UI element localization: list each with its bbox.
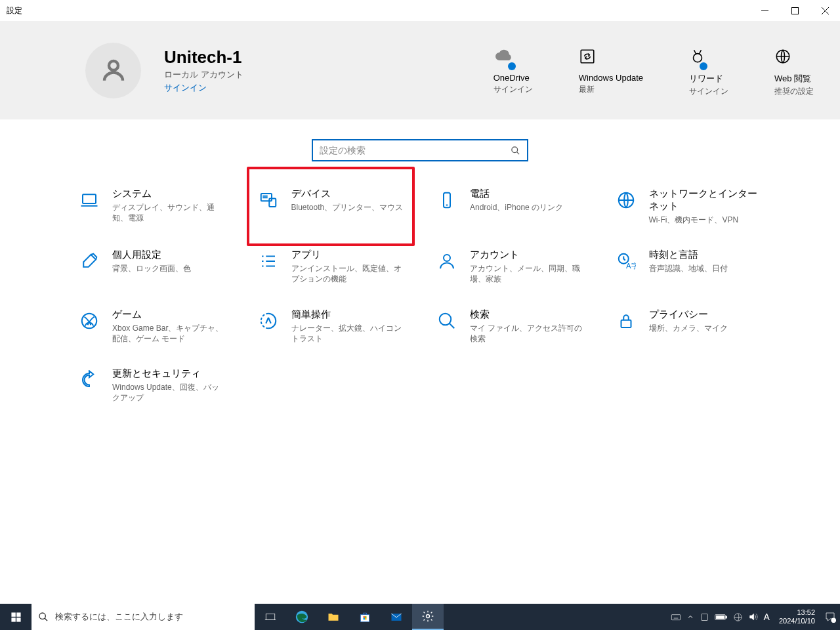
network-icon[interactable] — [733, 612, 743, 622]
card-update-security[interactable]: 更新とセキュリティWindows Update、回復、バックアップ — [75, 361, 228, 410]
card-apps[interactable]: アプリアンインストール、既定値、オプションの機能 — [255, 242, 408, 291]
start-button[interactable] — [0, 604, 32, 630]
card-time-language[interactable]: A字 時刻と言語音声認識、地域、日付 — [612, 242, 765, 291]
gear-icon — [421, 610, 434, 623]
accessibility-icon — [259, 311, 278, 331]
status-rewards[interactable]: リワード サインイン — [689, 44, 728, 97]
svg-rect-43 — [365, 616, 367, 618]
card-network[interactable]: ネットワークとインターネットWi-Fi、機内モード、VPN — [612, 181, 765, 232]
task-view-button[interactable] — [255, 604, 286, 630]
card-devices[interactable]: デバイスBluetooth、プリンター、マウス — [247, 167, 415, 246]
svg-rect-42 — [364, 616, 366, 618]
keyboard-icon[interactable] — [671, 612, 681, 622]
svg-text:A字: A字 — [626, 262, 636, 270]
svg-line-30 — [450, 323, 455, 328]
devices-icon — [259, 190, 278, 210]
card-privacy[interactable]: プライバシー場所、カメラ、マイク — [612, 302, 765, 350]
status-windows-update[interactable]: Windows Update 最新 — [579, 44, 643, 97]
clock-language-icon: A字 — [616, 251, 636, 271]
svg-point-36 — [39, 613, 45, 619]
svg-point-25 — [444, 255, 450, 261]
taskbar-edge[interactable] — [286, 604, 318, 630]
taskbar-search[interactable]: 検索するには、ここに入力します — [32, 604, 255, 630]
search-icon — [511, 146, 520, 156]
user-type: ローカル アカウント — [164, 69, 243, 81]
card-phone[interactable]: 電話Android、iPhone のリンク — [433, 181, 586, 232]
laptop-icon — [79, 190, 99, 210]
search-row — [0, 119, 840, 181]
card-system[interactable]: システムディスプレイ、サウンド、通知、電源 — [75, 181, 228, 232]
taskbar-search-placeholder: 検索するには、ここに入力します — [55, 611, 183, 623]
svg-rect-1 — [791, 7, 798, 14]
svg-rect-57 — [716, 616, 724, 619]
user-block: Unitech-1 ローカル アカウント サインイン — [164, 47, 243, 94]
card-personalization[interactable]: 個人用設定背景、ロック画面、色 — [75, 242, 228, 291]
card-search[interactable]: 検索マイ ファイル、アクセス許可の検索 — [433, 302, 586, 350]
svg-rect-45 — [365, 618, 367, 620]
store-icon — [358, 610, 371, 623]
user-icon — [100, 56, 127, 84]
titlebar: 設定 — [0, 0, 840, 21]
svg-point-8 — [512, 146, 518, 152]
system-tray: A 13:52 2024/10/10 1 — [671, 608, 840, 625]
taskbar-explorer[interactable] — [318, 604, 349, 630]
globe-icon — [616, 190, 636, 210]
svg-point-4 — [109, 61, 118, 70]
settings-grid: システムディスプレイ、サウンド、通知、電源 デバイスBluetooth、プリンタ… — [0, 181, 840, 410]
svg-rect-56 — [726, 616, 727, 618]
lock-icon — [616, 311, 636, 331]
settings-header: Unitech-1 ローカル アカウント サインイン OneDrive サインイ… — [0, 21, 840, 119]
volume-icon[interactable] — [748, 612, 759, 622]
svg-point-28 — [82, 313, 97, 328]
windows-icon — [10, 612, 22, 623]
svg-rect-10 — [83, 194, 96, 203]
phone-icon — [437, 190, 457, 210]
battery-icon[interactable] — [715, 613, 728, 621]
tray-clock[interactable]: 13:52 2024/10/10 — [775, 608, 819, 625]
medal-icon — [689, 48, 706, 65]
svg-point-29 — [440, 313, 452, 325]
search-icon — [437, 311, 457, 331]
maximize-button[interactable] — [780, 0, 810, 21]
svg-rect-54 — [701, 614, 707, 620]
signin-link[interactable]: サインイン — [164, 82, 243, 94]
ime-indicator[interactable]: A — [764, 612, 770, 622]
list-icon — [259, 251, 278, 271]
minimize-button[interactable] — [749, 0, 780, 21]
svg-rect-44 — [364, 618, 366, 620]
notifications-icon[interactable]: 1 — [824, 611, 836, 623]
status-web-browse[interactable]: Web 閲覧 推奨の設定 — [774, 44, 814, 97]
taskbar-store[interactable] — [349, 604, 381, 630]
chevron-up-icon[interactable] — [686, 613, 694, 621]
svg-rect-32 — [11, 612, 15, 616]
svg-line-9 — [516, 152, 519, 154]
svg-point-47 — [427, 615, 430, 618]
user-name: Unitech-1 — [164, 47, 243, 68]
mail-icon — [390, 610, 403, 623]
card-gaming[interactable]: ゲームXbox Game Bar、キャプチャ、配信、ゲーム モード — [75, 302, 228, 350]
svg-rect-5 — [581, 50, 594, 63]
tray-app-icon[interactable] — [700, 612, 709, 622]
svg-rect-31 — [621, 320, 631, 327]
taskbar-settings[interactable] — [412, 604, 444, 630]
taskbar: 検索するには、ここに入力します A 13:52 2024/10/10 1 — [0, 604, 840, 630]
svg-rect-33 — [16, 612, 20, 616]
cloud-icon — [494, 49, 514, 64]
close-button[interactable] — [810, 0, 840, 21]
card-accounts[interactable]: アカウントアカウント、メール、同期、職場、家族 — [433, 242, 586, 291]
edge-icon — [295, 610, 309, 624]
svg-rect-13 — [269, 199, 276, 207]
status-onedrive[interactable]: OneDrive サインイン — [494, 44, 533, 97]
card-ease-of-access[interactable]: 簡単操作ナレーター、拡大鏡、ハイコントラスト — [255, 302, 408, 350]
user-icon — [437, 251, 457, 271]
svg-point-6 — [694, 53, 702, 62]
svg-rect-38 — [266, 614, 275, 620]
svg-rect-35 — [16, 618, 20, 621]
xbox-icon — [79, 311, 99, 331]
taskbar-mail[interactable] — [381, 604, 412, 630]
window-title: 設定 — [7, 5, 22, 16]
avatar[interactable] — [85, 43, 141, 98]
search-box[interactable] — [312, 139, 528, 161]
search-input[interactable] — [320, 145, 511, 156]
folder-icon — [327, 610, 340, 623]
